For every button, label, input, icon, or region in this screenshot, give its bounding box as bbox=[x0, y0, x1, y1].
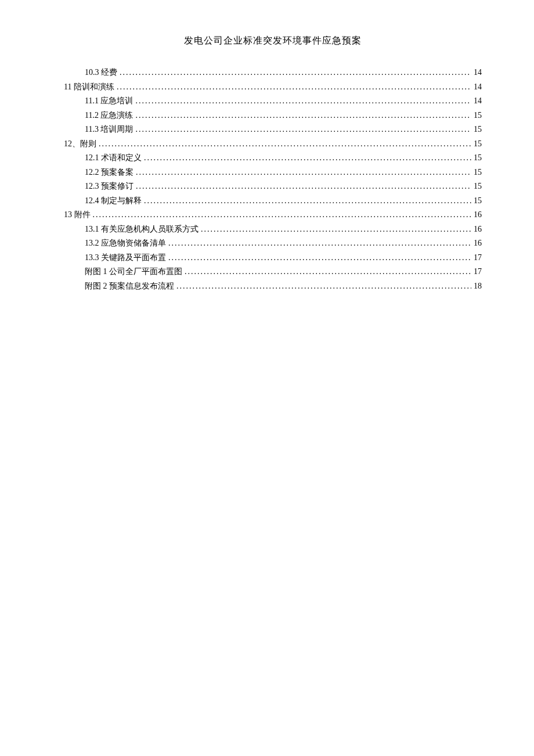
toc-leader-dots bbox=[168, 251, 471, 265]
toc-entry: 13.1 有关应急机构人员联系方式 16 bbox=[85, 222, 482, 237]
toc-leader-dots bbox=[120, 66, 471, 80]
table-of-contents: 10.3 经费 14 11 陪训和演练 14 11.1 应急培训 14 11.2… bbox=[64, 66, 482, 293]
toc-label: 13.2 应急物资储备清单 bbox=[85, 236, 166, 251]
toc-label: 12.1 术语和定义 bbox=[85, 151, 142, 165]
toc-entry: 13.2 应急物资储备清单 16 bbox=[85, 236, 482, 251]
toc-entry: 附图 1 公司全厂平面布置图 17 bbox=[85, 265, 482, 279]
toc-label: 11.2 应急演练 bbox=[85, 109, 133, 123]
toc-page-number: 16 bbox=[474, 236, 482, 251]
toc-entry: 附图 2 预案信息发布流程 18 bbox=[85, 279, 482, 294]
toc-page-number: 15 bbox=[474, 194, 482, 208]
toc-entry: 12.4 制定与解释 15 bbox=[85, 194, 482, 208]
toc-label: 12.4 制定与解释 bbox=[85, 194, 142, 208]
toc-page-number: 15 bbox=[474, 109, 482, 123]
toc-leader-dots bbox=[185, 265, 471, 279]
toc-label: 11 陪训和演练 bbox=[64, 80, 114, 95]
toc-page-number: 15 bbox=[474, 123, 482, 137]
toc-label: 12.3 预案修订 bbox=[85, 179, 134, 194]
toc-page-number: 15 bbox=[474, 165, 482, 180]
toc-entry: 12.3 预案修订 15 bbox=[85, 179, 482, 194]
toc-entry: 13.3 关键路及平面布置 17 bbox=[85, 251, 482, 265]
toc-page-number: 15 bbox=[474, 137, 482, 152]
toc-leader-dots bbox=[93, 208, 472, 222]
toc-entry: 12.2 预案备案 15 bbox=[85, 165, 482, 180]
toc-label: 13.3 关键路及平面布置 bbox=[85, 251, 166, 265]
toc-page-number: 17 bbox=[474, 265, 482, 279]
toc-entry: 11 陪训和演练 14 bbox=[64, 80, 482, 95]
toc-entry: 11.2 应急演练 15 bbox=[85, 109, 482, 123]
toc-page-number: 18 bbox=[474, 279, 482, 294]
toc-entry: 12.1 术语和定义 15 bbox=[85, 151, 482, 165]
toc-page-number: 14 bbox=[474, 94, 482, 109]
toc-entry: 12、附则 15 bbox=[64, 137, 482, 152]
toc-leader-dots bbox=[144, 151, 471, 165]
toc-leader-dots bbox=[117, 80, 471, 95]
toc-page-number: 16 bbox=[474, 208, 482, 222]
toc-label: 11.1 应急培训 bbox=[85, 94, 133, 109]
toc-label: 10.3 经费 bbox=[85, 66, 117, 80]
toc-label: 12.2 预案备案 bbox=[85, 165, 134, 180]
toc-entry: 13 附件 16 bbox=[64, 208, 482, 222]
toc-entry: 11.3 培训周期 15 bbox=[85, 123, 482, 137]
toc-leader-dots bbox=[135, 94, 471, 109]
toc-label: 12、附则 bbox=[64, 137, 96, 152]
toc-leader-dots bbox=[201, 222, 471, 237]
toc-page-number: 17 bbox=[474, 251, 482, 265]
toc-leader-dots bbox=[135, 123, 471, 137]
document-title: 发电公司企业标准突发环境事件应急预案 bbox=[64, 35, 482, 47]
toc-leader-dots bbox=[136, 165, 471, 180]
toc-label: 13 附件 bbox=[64, 208, 91, 222]
toc-leader-dots bbox=[135, 109, 471, 123]
toc-leader-dots bbox=[168, 236, 471, 251]
toc-page-number: 15 bbox=[474, 151, 482, 165]
toc-page-number: 15 bbox=[474, 179, 482, 194]
toc-leader-dots bbox=[144, 194, 471, 208]
toc-leader-dots bbox=[136, 179, 471, 194]
toc-label: 附图 2 预案信息发布流程 bbox=[85, 279, 174, 294]
toc-page-number: 16 bbox=[474, 222, 482, 237]
toc-entry: 10.3 经费 14 bbox=[85, 66, 482, 80]
document-page: 发电公司企业标准突发环境事件应急预案 10.3 经费 14 11 陪训和演练 1… bbox=[0, 0, 534, 756]
toc-page-number: 14 bbox=[474, 66, 482, 80]
toc-label: 13.1 有关应急机构人员联系方式 bbox=[85, 222, 199, 237]
toc-entry: 11.1 应急培训 14 bbox=[85, 94, 482, 109]
toc-label: 附图 1 公司全厂平面布置图 bbox=[85, 265, 182, 279]
toc-leader-dots bbox=[99, 137, 471, 152]
toc-label: 11.3 培训周期 bbox=[85, 123, 133, 137]
toc-page-number: 14 bbox=[474, 80, 482, 95]
toc-leader-dots bbox=[176, 279, 471, 294]
